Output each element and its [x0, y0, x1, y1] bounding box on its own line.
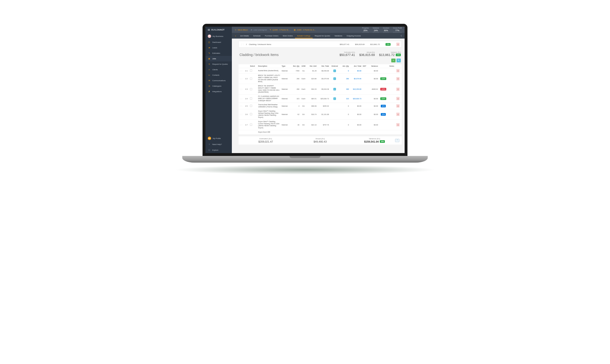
delete-row-button[interactable]: 🗑 [396, 123, 400, 126]
drag-handle-icon[interactable]: ⋮⋮ [239, 124, 243, 126]
delete-row-button[interactable]: 🗑 [396, 104, 400, 108]
tab-actuals-costings[interactable]: Actuals Costings [295, 33, 313, 38]
drag-handle-icon[interactable]: ⋮⋮ [239, 78, 243, 80]
brand-text-b: XACT [218, 28, 225, 31]
breadcrumb[interactable]: ⇄Lead unassigned [251, 29, 267, 31]
sidebar-item-catalogues[interactable]: ◎Catalogues [205, 83, 232, 89]
crumb-icon: ⇄ [251, 29, 252, 31]
crumb-text: Steve Allison [238, 29, 248, 31]
sidebar-item-dashboard[interactable]: ◫Dashboard [205, 39, 232, 45]
tab-work-orders[interactable]: Work Orders [281, 33, 295, 38]
my-business[interactable]: LOG My Business [205, 33, 232, 39]
stat-label: Invoiced [383, 27, 389, 29]
act-total[interactable]: $10,299.00 [353, 88, 361, 90]
tab-outgoing-invoices[interactable]: Outgoing Invoices [345, 33, 363, 38]
drag-handle-icon[interactable]: ⋮⋮ [239, 88, 243, 90]
table-row: ⋮⋮2.1Austral Brick (Austral Brick)Materi… [239, 68, 402, 74]
sidebar-item-request-for-quotes[interactable]: ⎘Request for Quotes [205, 61, 232, 67]
drag-handle-icon[interactable]: ⋮⋮ [239, 98, 243, 100]
sidebar-item-estimates[interactable]: ✎Estimates [205, 51, 232, 56]
act-qty: 0 [348, 105, 349, 107]
edit-item-button[interactable]: ✎ [396, 59, 401, 62]
delete-row-button[interactable]: 🗑 [396, 77, 400, 80]
act-total: $0.00 [357, 114, 362, 115]
footer-var-badge: 24% [380, 140, 385, 143]
tabbar: ‹ Job DetailsSchedulePurchase OrdersWork… [232, 33, 405, 39]
delete-row-button[interactable]: 🗑 [396, 69, 400, 72]
ordered-check-icon[interactable]: ✓ [333, 77, 336, 80]
drag-handle-icon[interactable]: ⋮⋮ [241, 43, 244, 45]
ordered-check-icon[interactable]: ✓ [333, 88, 336, 91]
col-header: Variance [368, 64, 379, 68]
act-qty[interactable]: 323 [346, 98, 349, 100]
my-business-label: My Business [213, 35, 223, 37]
footer-var-label: Variance (Ex) [347, 138, 402, 140]
act-total: $0.00 [357, 124, 362, 126]
crumb-icon: ✎ [270, 29, 271, 31]
delete-row-button[interactable]: 🗑 [396, 97, 400, 100]
act-total[interactable]: $5,679.96 [354, 78, 361, 79]
variance-badge: 10% [381, 113, 386, 116]
nav-label: Clients [212, 69, 218, 71]
select-checkbox[interactable] [250, 113, 252, 115]
act-qty[interactable]: 286 [346, 78, 349, 79]
sidebar-item-integrations[interactable]: ⚡Integrations [205, 89, 232, 94]
breadcrumb[interactable]: ▦J1005 - 4 Florrie St, G… [294, 29, 316, 31]
business-avatar: LOG [208, 35, 211, 38]
crumb-text: J1005 - 4 Florrie St, G… [297, 29, 316, 31]
select-checkbox[interactable] [250, 88, 252, 90]
breadcrumb[interactable]: ☺Steve Allison [235, 29, 248, 31]
ordered-check-icon[interactable]: ✓ [333, 69, 336, 72]
content: ⋮⋮ 2 Cladding / brickwork Items $50,677.… [232, 39, 405, 153]
tab-job-details[interactable]: Job Details [238, 33, 251, 38]
nav-main: ◫Dashboard⇄Leads✎Estimates▦Jobs⎘Request … [205, 39, 232, 94]
delete-row-button[interactable]: 🗑 [396, 113, 400, 116]
stat-label: Variance [373, 27, 379, 29]
drag-handle-icon[interactable]: ⋮⋮ [239, 70, 243, 72]
select-checkbox[interactable] [250, 124, 252, 126]
select-checkbox[interactable] [250, 105, 252, 107]
act-total[interactable]: $20,836.73 [353, 98, 361, 100]
forward-chevron-icon[interactable]: ›| [400, 35, 403, 37]
drag-handle-icon[interactable]: ⋮⋮ [239, 105, 243, 107]
tab-purchase-orders[interactable]: Purchase Orders [263, 33, 281, 38]
ordered-check-icon[interactable]: ✓ [333, 97, 336, 100]
var-badge: 73% [396, 53, 401, 56]
sidebar-item-jobs[interactable]: ▦Jobs [205, 56, 232, 61]
category-row[interactable]: ⋮⋮ 2 Cladding / brickwork Items $50,677.… [239, 41, 402, 48]
act-qty[interactable]: 0 [348, 70, 349, 72]
tab-request-for-quotes[interactable]: Request for Quotes [313, 33, 332, 38]
table-row: ⋮⋮2.2BRICK TIE SHERIFF L/DUTY ABEY++50MM… [239, 74, 402, 84]
add-item-button[interactable]: + [391, 59, 395, 62]
tab-variations[interactable]: Variations [332, 33, 345, 38]
act-amount: $36,815.69 [359, 53, 375, 57]
nav-label: Jobs [212, 58, 216, 60]
col-header: GST [362, 64, 368, 68]
collapse-icon[interactable]: ⌃ [395, 139, 399, 142]
back-chevron-icon[interactable]: ‹ [234, 35, 237, 37]
sidebar-item-need-help-[interactable]: ?Need Help? [205, 142, 232, 147]
sidebar-item-leads[interactable]: ⇄Leads [205, 45, 232, 51]
sidebar-item-communications[interactable]: ✉Communications [205, 78, 232, 83]
act-total[interactable]: $0.00 [357, 70, 362, 72]
tab-schedule[interactable]: Schedule [251, 33, 263, 38]
col-header [244, 64, 249, 68]
select-checkbox[interactable] [250, 78, 252, 80]
select-checkbox[interactable] [250, 69, 252, 72]
delete-row-button[interactable]: 🗑 [396, 88, 400, 91]
sidebar-item-explore[interactable]: ⓘExplore [205, 147, 232, 153]
select-checkbox[interactable] [250, 97, 252, 100]
drag-handle-icon[interactable]: ⋮⋮ [239, 113, 243, 116]
sidebar-item-my-profile[interactable]: BDMy Profile [205, 135, 232, 142]
breadcrumb[interactable]: ✎Q1005 - 4 Florrie St, … [270, 29, 291, 31]
nav-label: Need Help? [212, 143, 222, 145]
var-amount: $13,861.72 [379, 53, 394, 57]
sidebar-item-clients[interactable]: ☺Clients [205, 67, 232, 72]
sidebar-item-contacts[interactable]: ▭Contacts [205, 72, 232, 78]
category-variance: $13,861.72 [370, 43, 380, 45]
delete-category-button[interactable]: 🗑 [396, 43, 400, 46]
menu-icon[interactable] [208, 29, 210, 30]
act-qty[interactable]: 300 [346, 88, 349, 90]
nav-icon: ? [208, 143, 211, 145]
var-label: Variance (Ex) [379, 52, 401, 53]
